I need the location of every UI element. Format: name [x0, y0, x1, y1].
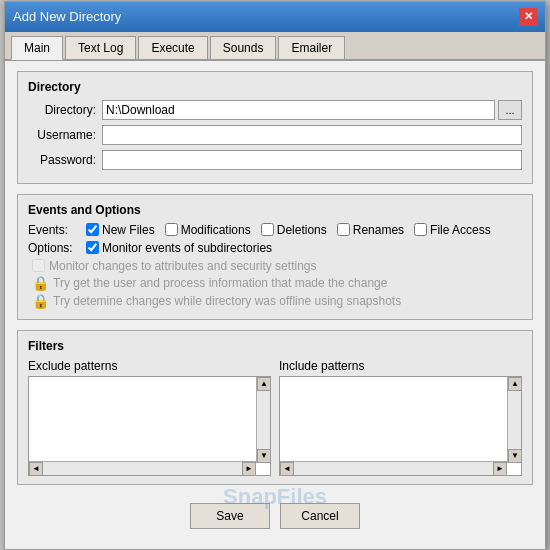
close-button[interactable]: ✕ — [519, 8, 537, 26]
tab-sounds[interactable]: Sounds — [210, 36, 277, 59]
option-snapshot-row: 🔒 Try detemine changes while directory w… — [28, 293, 522, 309]
directory-label: Directory: — [28, 103, 96, 117]
username-input[interactable] — [102, 125, 522, 145]
include-scroll-down[interactable]: ▼ — [508, 449, 522, 463]
include-scroll-track — [508, 391, 521, 449]
event-file-access[interactable]: File Access — [414, 223, 491, 237]
options-label: Options: — [28, 241, 86, 255]
save-button[interactable]: Save — [190, 503, 270, 529]
filters-row: Exclude patterns ▲ ▼ ◄ ► — [28, 359, 522, 476]
exclude-label: Exclude patterns — [28, 359, 271, 373]
directory-row: Directory: ... — [28, 100, 522, 120]
tab-bar: Main Text Log Execute Sounds Emailer — [5, 32, 545, 61]
password-input[interactable] — [102, 150, 522, 170]
tab-emailer[interactable]: Emailer — [278, 36, 345, 59]
event-new-files[interactable]: New Files — [86, 223, 155, 237]
browse-button[interactable]: ... — [498, 100, 522, 120]
include-label: Include patterns — [279, 359, 522, 373]
directory-section-title: Directory — [28, 80, 522, 94]
exclude-scroll-down[interactable]: ▼ — [257, 449, 271, 463]
include-content — [280, 377, 507, 461]
main-content: Directory Directory: ... Username: Passw… — [5, 61, 545, 549]
include-scroll-left[interactable]: ◄ — [280, 462, 294, 476]
title-bar: Add New Directory ✕ — [5, 2, 545, 32]
tab-textlog[interactable]: Text Log — [65, 36, 136, 59]
exclude-scroll-right[interactable]: ► — [242, 462, 256, 476]
password-row: Password: — [28, 150, 522, 170]
window-title: Add New Directory — [13, 9, 121, 24]
option-process-row: 🔒 Try get the user and process informati… — [28, 275, 522, 291]
lock-icon-1: 🔒 — [32, 275, 49, 291]
exclude-scroll-left[interactable]: ◄ — [29, 462, 43, 476]
option-attributes-text: Monitor changes to attributes and securi… — [49, 259, 316, 273]
include-scrollbar-v: ▲ ▼ — [507, 377, 521, 463]
option-attributes-row: Monitor changes to attributes and securi… — [28, 259, 522, 273]
directory-section: Directory Directory: ... Username: Passw… — [17, 71, 533, 184]
events-label: Events: — [28, 223, 86, 237]
main-window: Add New Directory ✕ Main Text Log Execut… — [4, 1, 546, 550]
exclude-box: ▲ ▼ ◄ ► — [28, 376, 271, 476]
events-section: Events and Options Events: New Files Mod… — [17, 194, 533, 320]
exclude-scrollbar-h: ◄ ► — [29, 461, 256, 475]
exclude-scroll-htrack — [43, 462, 242, 475]
filters-title: Filters — [28, 339, 522, 353]
lock-icon-2: 🔒 — [32, 293, 49, 309]
filters-section: Filters Exclude patterns ▲ ▼ — [17, 330, 533, 485]
events-section-title: Events and Options — [28, 203, 522, 217]
event-deletions[interactable]: Deletions — [261, 223, 327, 237]
tab-main[interactable]: Main — [11, 36, 63, 60]
username-row: Username: — [28, 125, 522, 145]
option-snapshot-text: Try detemine changes while directory was… — [53, 294, 401, 308]
include-patterns-group: Include patterns ▲ ▼ ◄ ► — [279, 359, 522, 476]
options-row: Options: Monitor events of subdirectorie… — [28, 241, 522, 255]
option-subdirectories[interactable]: Monitor events of subdirectories — [86, 241, 272, 255]
include-scroll-htrack — [294, 462, 493, 475]
username-label: Username: — [28, 128, 96, 142]
include-scroll-up[interactable]: ▲ — [508, 377, 522, 391]
exclude-content — [29, 377, 256, 461]
include-scroll-right[interactable]: ► — [493, 462, 507, 476]
event-modifications[interactable]: Modifications — [165, 223, 251, 237]
footer: Save Cancel — [17, 495, 533, 539]
include-box: ▲ ▼ ◄ ► — [279, 376, 522, 476]
exclude-scroll-up[interactable]: ▲ — [257, 377, 271, 391]
option-attributes-check[interactable] — [32, 259, 45, 272]
directory-input[interactable] — [102, 100, 495, 120]
cancel-button[interactable]: Cancel — [280, 503, 360, 529]
exclude-scrollbar-v: ▲ ▼ — [256, 377, 270, 463]
tab-execute[interactable]: Execute — [138, 36, 207, 59]
event-renames[interactable]: Renames — [337, 223, 404, 237]
password-label: Password: — [28, 153, 96, 167]
exclude-scroll-track — [257, 391, 270, 449]
exclude-patterns-group: Exclude patterns ▲ ▼ ◄ ► — [28, 359, 271, 476]
include-scrollbar-h: ◄ ► — [280, 461, 507, 475]
option-process-text: Try get the user and process information… — [53, 276, 387, 290]
events-row: Events: New Files Modifications Deletion… — [28, 223, 522, 237]
